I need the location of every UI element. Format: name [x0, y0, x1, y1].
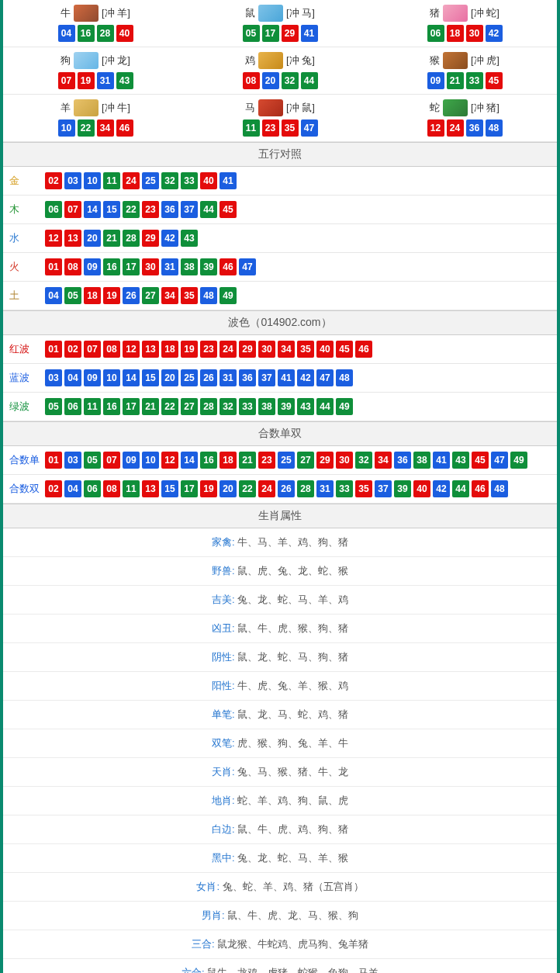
row-label: 水	[9, 231, 45, 245]
row-label: 土	[9, 289, 45, 303]
number-ball: 26	[200, 369, 217, 386]
section-header-bose: 波色（014902.com）	[3, 310, 557, 335]
number-ball: 02	[64, 341, 81, 358]
attr-value: 鼠、牛、虎、龙、马、猴、狗	[225, 909, 359, 921]
number-ball: 46	[220, 258, 237, 275]
zodiac-header: 马[冲 鼠]	[192, 99, 368, 116]
attr-row: 天肖: 兔、马、猴、猪、牛、龙	[3, 758, 557, 787]
number-ball: 36	[161, 201, 178, 218]
number-ball: 06	[45, 201, 62, 218]
zodiac-name: 鼠	[245, 6, 255, 20]
ball-row: 09213345	[377, 72, 552, 89]
number-ball: 05	[84, 452, 101, 469]
number-ball: 40	[200, 172, 217, 189]
data-row: 金02031011242532334041	[3, 167, 557, 196]
number-ball: 42	[486, 25, 503, 42]
ball-row: 11233547	[192, 119, 368, 137]
attr-value: 鼠龙猴、牛蛇鸡、虎马狗、兔羊猪	[215, 938, 369, 950]
zodiac-header: 鸡[冲 兔]	[192, 52, 368, 69]
number-ball: 01	[45, 452, 62, 469]
data-row: 绿波05061116172122272832333839434449	[3, 393, 557, 421]
number-ball: 42	[161, 230, 178, 247]
attr-value: 牛、虎、兔、羊、猴、鸡	[235, 680, 349, 691]
number-ball: 27	[181, 398, 198, 415]
number-ball: 30	[258, 341, 275, 358]
number-ball: 01	[45, 341, 62, 358]
zodiac-chong: [冲 虎]	[471, 54, 500, 68]
attr-value: 兔、龙、蛇、马、羊、猴	[235, 852, 349, 864]
attr-row: 男肖: 鼠、牛、虎、龙、马、猴、狗	[3, 902, 557, 930]
number-ball: 35	[282, 119, 299, 137]
zodiac-chong: [冲 蛇]	[471, 6, 500, 20]
number-ball: 42	[433, 480, 450, 497]
number-ball: 28	[97, 25, 114, 42]
number-ball: 41	[301, 25, 318, 42]
number-ball: 08	[103, 341, 120, 358]
attr-label: 白边:	[212, 823, 235, 835]
number-ball: 45	[472, 452, 489, 469]
attr-row: 单笔: 鼠、龙、马、蛇、鸡、猪	[3, 701, 557, 729]
attr-rows: 家禽: 牛、马、羊、鸡、狗、猪野兽: 鼠、虎、兔、龙、蛇、猴吉美: 兔、龙、蛇、…	[3, 528, 557, 973]
zodiac-icon	[74, 52, 99, 69]
number-ball: 12	[45, 230, 62, 247]
number-ball: 38	[181, 258, 198, 275]
number-ball: 42	[297, 369, 314, 386]
number-ball: 21	[142, 398, 159, 415]
number-ball: 21	[239, 452, 256, 469]
attr-label: 黑中:	[212, 852, 235, 864]
number-ball: 43	[181, 230, 198, 247]
wuxing-rows: 金02031011242532334041木060714152223363744…	[3, 167, 557, 310]
number-ball: 07	[58, 72, 75, 89]
number-ball: 05	[64, 287, 81, 304]
zodiac-header: 猪[冲 蛇]	[377, 5, 552, 22]
number-ball: 22	[239, 480, 256, 497]
attr-value: 牛、马、羊、鸡、狗、猪	[235, 536, 349, 548]
zodiac-header: 鼠[冲 马]	[192, 5, 368, 22]
number-ball: 44	[200, 201, 217, 218]
number-ball: 46	[116, 119, 133, 137]
zodiac-cell: 牛[冲 羊]04162840	[3, 0, 188, 47]
attr-row: 地肖: 蛇、羊、鸡、狗、鼠、虎	[3, 787, 557, 815]
number-ball: 33	[336, 480, 353, 497]
zodiac-name: 牛	[60, 6, 71, 20]
number-ball: 23	[258, 452, 275, 469]
row-label: 合数双	[9, 482, 45, 496]
number-ball: 40	[116, 25, 133, 42]
zodiac-cell: 羊[冲 牛]10223446	[3, 95, 188, 142]
number-ball: 34	[278, 341, 295, 358]
number-ball: 37	[181, 201, 198, 218]
attr-label: 阳性:	[212, 680, 235, 691]
attr-value: 兔、马、猴、猪、牛、龙	[235, 766, 349, 777]
number-ball: 21	[103, 230, 120, 247]
zodiac-chong: [冲 牛]	[102, 101, 130, 115]
number-ball: 15	[161, 480, 178, 497]
number-ball: 06	[84, 480, 101, 497]
zodiac-chong: [冲 猪]	[471, 101, 500, 115]
number-ball: 19	[103, 287, 120, 304]
number-ball: 02	[45, 172, 62, 189]
number-ball: 45	[220, 201, 237, 218]
number-ball: 16	[103, 258, 120, 275]
attr-row: 黑中: 兔、龙、蛇、马、羊、猴	[3, 844, 557, 873]
number-ball: 31	[316, 480, 334, 497]
row-label: 金	[9, 174, 45, 188]
number-ball: 29	[316, 452, 334, 469]
number-ball: 24	[258, 480, 275, 497]
attr-row: 家禽: 牛、马、羊、鸡、狗、猪	[3, 528, 557, 557]
number-ball: 30	[142, 258, 159, 275]
attr-label: 家禽:	[212, 536, 235, 548]
number-ball: 37	[375, 480, 392, 497]
number-ball: 20	[84, 230, 101, 247]
section-header-heshu: 合数单双	[3, 421, 557, 446]
number-ball: 29	[282, 25, 299, 42]
number-ball: 47	[316, 369, 334, 386]
attr-label: 地肖:	[212, 795, 235, 806]
attr-label: 天肖:	[212, 766, 235, 777]
attr-value: 蛇、羊、鸡、狗、鼠、虎	[235, 795, 349, 806]
attr-row: 阳性: 牛、虎、兔、羊、猴、鸡	[3, 672, 557, 701]
number-ball: 40	[316, 341, 334, 358]
number-ball: 47	[301, 119, 318, 137]
ball-row: 0102070812131819232429303435404546	[45, 341, 372, 358]
number-ball: 32	[282, 72, 299, 89]
number-ball: 47	[239, 258, 256, 275]
